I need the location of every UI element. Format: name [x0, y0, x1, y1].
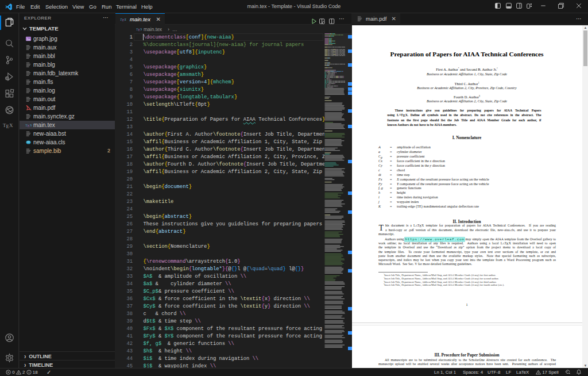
svg-text:TEX: TEX [136, 28, 142, 32]
svg-text:TEX: TEX [25, 123, 32, 128]
svg-text:TEX: TEX [120, 17, 126, 22]
